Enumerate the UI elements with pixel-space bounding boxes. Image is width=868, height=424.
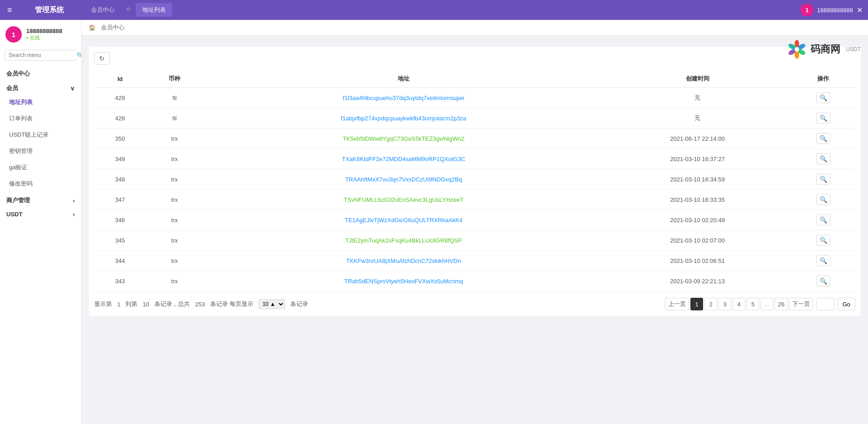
top-right-section: 1 18888888888 ✕ xyxy=(800,4,863,16)
cell-created: 2021-06-17 22:14:00 xyxy=(604,129,791,149)
cell-currency: trx xyxy=(146,251,203,271)
sidebar-item-address-list[interactable]: 地址列表 xyxy=(0,94,81,110)
cell-id: 345 xyxy=(94,230,146,251)
cell-action[interactable]: 🔍 xyxy=(791,271,855,291)
sidebar-item-key-mgmt[interactable]: 密钥管理 xyxy=(0,143,81,159)
view-detail-btn[interactable]: 🔍 xyxy=(816,153,830,164)
sidebar-menu: 会员中心 会员 ∨ 地址列表 订单列表 USDT链上记录 密钥管理 ga验证 修… xyxy=(0,65,81,424)
info-total: 253 xyxy=(195,301,205,308)
next-page-btn[interactable]: 下一页 xyxy=(789,298,813,310)
app-brand: 管理系统 xyxy=(18,5,81,15)
cell-action[interactable]: 🔍 xyxy=(791,190,855,210)
cell-created: 2021-03-10 16:34:59 xyxy=(604,169,791,190)
cell-address[interactable]: TK5eb5tDWw8YgqC73GeS5kTEZ3gwNigWo2 xyxy=(203,129,604,149)
cell-action[interactable]: 🔍 xyxy=(791,129,855,149)
pagination-info: 显示第 1 到第 10 条记录，总共 253 条记录 每页显示 xyxy=(94,299,308,309)
view-detail-btn[interactable]: 🔍 xyxy=(816,214,830,225)
view-detail-btn[interactable]: 🔍 xyxy=(816,92,830,103)
nav-item-member-center[interactable]: 会员中心 xyxy=(85,3,121,17)
col-action: 操作 xyxy=(791,70,855,88)
cell-currency: trx xyxy=(146,129,203,149)
go-page-input[interactable] xyxy=(816,298,834,310)
sidebar-item-order-list[interactable]: 订单列表 xyxy=(0,110,81,127)
prev-page-btn[interactable]: 上一页 xyxy=(665,298,689,310)
cell-address[interactable]: f1abjxfbp274xpdqcpuaykwkfb43omjotacm2p3z… xyxy=(203,108,604,129)
info-records: 条记录，总共 xyxy=(154,300,190,308)
svg-point-7 xyxy=(795,47,799,52)
search-icon: 🔍 xyxy=(77,52,82,58)
page-btn-2[interactable]: 2 xyxy=(704,298,717,310)
sidebar-item-member-center-title[interactable]: 会员中心 xyxy=(0,65,81,80)
view-detail-btn[interactable]: 🔍 xyxy=(816,133,830,144)
logo-section: 码商网 USDT xyxy=(787,39,861,59)
view-detail-btn[interactable]: 🔍 xyxy=(816,276,830,286)
cell-address[interactable]: TXaK6KtdFF2e72MDD4saMM9oRP1QXotG3C xyxy=(203,149,604,169)
cell-action[interactable]: 🔍 xyxy=(791,169,855,190)
cell-action[interactable]: 🔍 xyxy=(791,88,855,108)
col-created: 创建时间 xyxy=(604,70,791,88)
cell-action[interactable]: 🔍 xyxy=(791,210,855,230)
cell-address[interactable]: TE1AgEJivTjWzXdGicG6uQULTRXRkaAkK4 xyxy=(203,210,604,230)
cell-created: 无 xyxy=(604,108,791,129)
sidebar-item-ga-verify[interactable]: ga验证 xyxy=(0,159,81,176)
cell-action[interactable]: 🔍 xyxy=(791,230,855,251)
sidebar-user-section: 1 18888888888 在线 xyxy=(0,20,81,47)
page-btn-4[interactable]: 4 xyxy=(733,298,745,310)
page-btn-5[interactable]: 5 xyxy=(747,298,759,310)
cell-currency: trx xyxy=(146,149,203,169)
sidebar-username: 18888888888 xyxy=(26,28,63,34)
per-page-select[interactable]: 10 ▲ 20 50 xyxy=(258,299,285,309)
top-user-avatar: 1 xyxy=(800,4,813,16)
page-btn-1[interactable]: 1 xyxy=(690,298,703,310)
nav-item-address-list[interactable]: 地址列表 xyxy=(136,3,172,17)
table-row: 346 trx TE1AgEJivTjWzXdGicG6uQULTRXRkaAk… xyxy=(94,210,855,230)
usdt-label: USDT xyxy=(846,46,861,52)
nav-icon-circle[interactable]: ○ xyxy=(123,3,135,17)
info-total-suffix: 条记录 每页显示 xyxy=(210,300,253,308)
sidebar-item-usdt-chain[interactable]: USDT链上记录 xyxy=(0,127,81,143)
sidebar-item-member-parent[interactable]: 会员 ∨ xyxy=(0,80,81,94)
cell-action[interactable]: 🔍 xyxy=(791,108,855,129)
refresh-button[interactable]: ↻ xyxy=(94,52,110,65)
page-btn-3[interactable]: 3 xyxy=(719,298,731,310)
info-to: 到第 xyxy=(125,300,137,308)
pagination-row: 显示第 1 到第 10 条记录，总共 253 条记录 每页显示 xyxy=(94,298,855,310)
hamburger-menu[interactable]: ≡ xyxy=(5,4,14,17)
sidebar-merchant-label: 商户管理 xyxy=(6,196,30,205)
view-detail-btn[interactable]: 🔍 xyxy=(816,174,830,185)
cell-action[interactable]: 🔍 xyxy=(791,251,855,271)
table-card: ↻ Id 币种 地址 创建时间 操作 429 fil f1l3a xyxy=(89,47,861,316)
cell-id: 344 xyxy=(94,251,146,271)
view-detail-btn[interactable]: 🔍 xyxy=(816,194,830,205)
view-detail-btn[interactable]: 🔍 xyxy=(816,235,830,246)
cell-address[interactable]: TRAAhftMxX7vu3qn7VxsDCzUt9NDGvq2Bq xyxy=(203,169,604,190)
go-button[interactable]: Go xyxy=(838,298,855,310)
sidebar-item-change-pwd[interactable]: 修改密码 xyxy=(0,176,81,192)
sidebar-search-box[interactable]: 🔍 xyxy=(5,50,77,61)
cell-address[interactable]: TKKFw3nrUA8jXMuAfzhDcnC72skikhHVDn xyxy=(203,251,604,271)
view-detail-btn[interactable]: 🔍 xyxy=(816,113,830,124)
info-end: 10 xyxy=(143,301,149,308)
close-icon[interactable]: ✕ xyxy=(857,6,863,14)
table-row: 344 trx TKKFw3nrUA8jXMuAfzhDcnC72skikhHV… xyxy=(94,251,855,271)
view-detail-btn[interactable]: 🔍 xyxy=(816,255,830,266)
home-icon: 🏠 xyxy=(89,24,96,31)
cell-address[interactable]: TRah5dENSprsVtyeh5HeoFVXwXs5uMcnmq xyxy=(203,271,604,291)
maoshang-text: 码商网 xyxy=(810,43,840,56)
sidebar-avatar: 1 xyxy=(5,26,22,43)
search-input[interactable] xyxy=(9,52,77,58)
chevron-down-icon: ∨ xyxy=(70,85,75,92)
cell-address[interactable]: f1l3aa4hlbcupuehu37dq3uytdq7xeilmIomsupe… xyxy=(203,88,604,108)
cell-address[interactable]: TJtE2ymTuqAk2sFsqKu4BkLLUc8GR8fQSP xyxy=(203,230,604,251)
table-row: 349 trx TXaK6KtdFF2e72MDD4saMM9oRP1QXotG… xyxy=(94,149,855,169)
cell-address[interactable]: TSvNFUMLL6zG32vEnSAevc3LgUsLYHzeeT xyxy=(203,190,604,210)
sidebar: 1 18888888888 在线 🔍 会员中心 会员 ∨ 地址列表 订单列表 U… xyxy=(0,20,82,424)
cell-currency: trx xyxy=(146,169,203,190)
sidebar-usdt-label: USDT xyxy=(6,211,22,218)
sidebar-item-merchant-parent[interactable]: 商户管理 › xyxy=(0,192,81,206)
page-btn-26[interactable]: 26 xyxy=(775,298,787,310)
nav-items: 会员中心 ○ 地址列表 xyxy=(85,3,797,17)
cell-action[interactable]: 🔍 xyxy=(791,149,855,169)
cell-id: 429 xyxy=(94,88,146,108)
sidebar-item-usdt-parent[interactable]: USDT › xyxy=(0,206,81,219)
